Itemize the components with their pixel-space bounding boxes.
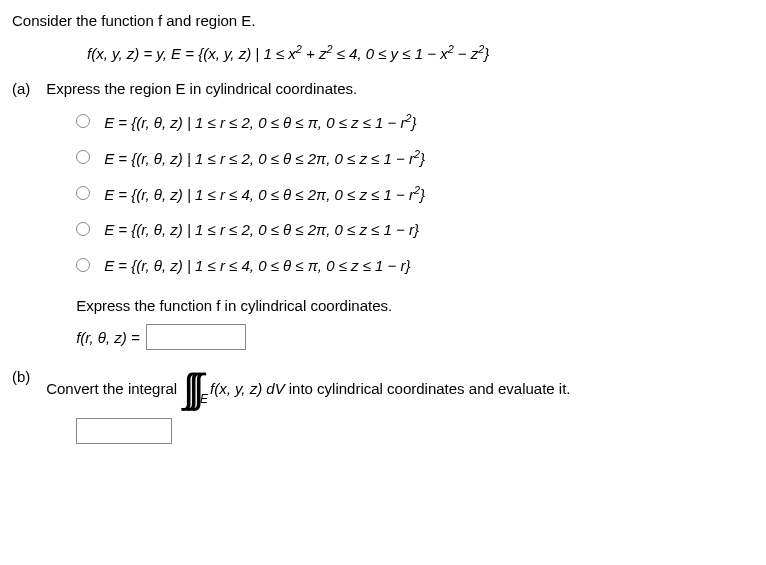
option-5[interactable]: E = {(r, θ, z) | 1 ≤ r ≤ 4, 0 ≤ θ ≤ π, 0…: [76, 251, 748, 279]
options-group: E = {(r, θ, z) | 1 ≤ r ≤ 2, 0 ≤ θ ≤ π, 0…: [76, 107, 748, 279]
function-region-definition: f(x, y, z) = y, E = {(x, y, z) | 1 ≤ x2 …: [87, 43, 754, 62]
radio-icon: [76, 186, 90, 200]
part-a-sub-prompt: Express the function f in cylindrical co…: [76, 297, 748, 314]
part-b: (b) Convert the integral ∫∫∫ E f(x, y, z…: [12, 368, 754, 447]
option-2[interactable]: E = {(r, θ, z) | 1 ≤ r ≤ 2, 0 ≤ θ ≤ 2π, …: [76, 143, 748, 171]
option-3[interactable]: E = {(r, θ, z) | 1 ≤ r ≤ 4, 0 ≤ θ ≤ 2π, …: [76, 179, 748, 207]
function-answer-line: f(r, θ, z) =: [76, 324, 748, 350]
part-a-label: (a): [12, 80, 42, 97]
option-5-text: E = {(r, θ, z) | 1 ≤ r ≤ 4, 0 ≤ θ ≤ π, 0…: [104, 257, 410, 274]
part-a: (a) Express the region E in cylindrical …: [12, 80, 754, 350]
part-a-prompt: Express the region E in cylindrical coor…: [46, 80, 748, 97]
integrand: f(x, y, z) dV: [210, 380, 285, 397]
option-1[interactable]: E = {(r, θ, z) | 1 ≤ r ≤ 2, 0 ≤ θ ≤ π, 0…: [76, 107, 748, 135]
radio-icon: [76, 222, 90, 236]
option-4-text: E = {(r, θ, z) | 1 ≤ r ≤ 2, 0 ≤ θ ≤ 2π, …: [104, 221, 419, 238]
option-3-text: E = {(r, θ, z) | 1 ≤ r ≤ 4, 0 ≤ θ ≤ 2π, …: [104, 184, 425, 203]
integral-subscript: E: [200, 392, 208, 406]
triple-integral-icon: ∫∫∫ E: [183, 368, 206, 408]
radio-icon: [76, 258, 90, 272]
radio-icon: [76, 114, 90, 128]
integral-answer-input[interactable]: [76, 418, 172, 444]
option-4[interactable]: E = {(r, θ, z) | 1 ≤ r ≤ 2, 0 ≤ θ ≤ 2π, …: [76, 215, 748, 243]
intro-text: Consider the function f and region E.: [12, 12, 754, 29]
function-answer-input[interactable]: [146, 324, 246, 350]
radio-icon: [76, 150, 90, 164]
function-label: f(r, θ, z) =: [76, 329, 140, 346]
part-b-tail: into cylindrical coordinates and evaluat…: [289, 380, 571, 397]
part-b-label: (b): [12, 368, 42, 385]
part-b-lead: Convert the integral: [46, 380, 177, 397]
option-1-text: E = {(r, θ, z) | 1 ≤ r ≤ 2, 0 ≤ θ ≤ π, 0…: [104, 112, 416, 131]
option-2-text: E = {(r, θ, z) | 1 ≤ r ≤ 2, 0 ≤ θ ≤ 2π, …: [104, 148, 425, 167]
